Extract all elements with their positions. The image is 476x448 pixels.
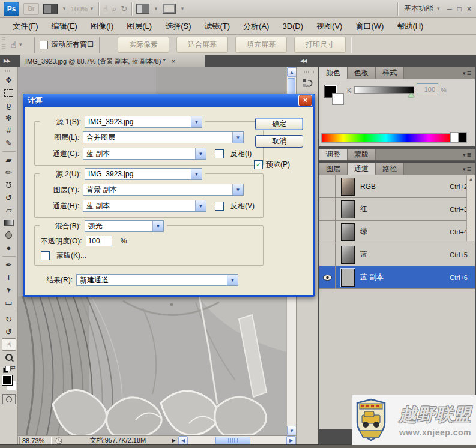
menu-item-edit[interactable]: 编辑(E) xyxy=(45,19,84,34)
scroll-all-windows-checkbox[interactable] xyxy=(40,41,48,49)
channel-row-红[interactable]: 红Ctrl+3 xyxy=(319,198,475,221)
combo-arrow-icon[interactable]: ▼ xyxy=(152,221,163,231)
ok-button[interactable]: 确定 xyxy=(255,118,303,130)
options-button-actual-pixels[interactable]: 实际像素 xyxy=(118,37,169,53)
type-tool[interactable]: T xyxy=(2,271,16,284)
channel-row-RGB[interactable]: RGBCtrl+2 xyxy=(319,175,475,198)
menu-item-help[interactable]: 帮助(H) xyxy=(390,19,430,34)
channels-tab-layers[interactable]: 图层 xyxy=(319,163,348,175)
blend-select[interactable]: 强光 ▼ xyxy=(85,220,164,232)
channel-row-绿[interactable]: 绿Ctrl+4 xyxy=(319,221,475,243)
clone-stamp-tool[interactable]: Ω xyxy=(2,179,16,191)
source2-select[interactable]: IMG_3923.jpg ▼ xyxy=(85,168,202,180)
document-tab[interactable]: IMG_3923.jpg @ 88.7% (背景 副本, 蓝 副本/8) * × xyxy=(20,55,205,67)
3d-orbit-tool[interactable]: ↺ xyxy=(2,326,16,338)
magic-wand-tool[interactable]: ✻ xyxy=(2,112,16,124)
color-spectrum-ramp[interactable] xyxy=(321,133,451,143)
pen-tool[interactable]: ✒ xyxy=(2,258,16,271)
color-tab-swatches[interactable]: 色板 xyxy=(348,67,376,79)
menu-item-3d[interactable]: 3D(D) xyxy=(276,19,310,33)
channels-tab-channels[interactable]: 通道 xyxy=(348,163,376,175)
source1-layer-select[interactable]: 合并图层 ▼ xyxy=(83,131,244,143)
combo-arrow-icon[interactable]: ▼ xyxy=(195,148,206,159)
k-slider-thumb-icon[interactable] xyxy=(408,93,414,97)
combo-arrow-icon[interactable]: ▼ xyxy=(195,200,206,211)
foreground-swatch[interactable] xyxy=(2,375,13,386)
quick-mask-button[interactable] xyxy=(2,394,16,404)
adjust-panel-menu-icon[interactable]: ▾≣ xyxy=(459,149,475,160)
k-value-input[interactable]: 100 xyxy=(417,83,438,95)
status-zoom-input[interactable]: 88.73% xyxy=(19,437,52,445)
blur-tool[interactable] xyxy=(2,229,16,242)
menu-item-analysis[interactable]: 分析(A) xyxy=(236,19,276,34)
visibility-cell[interactable] xyxy=(319,266,336,288)
menu-item-layer[interactable]: 图层(L) xyxy=(120,19,158,34)
rect-marquee-tool[interactable] xyxy=(2,86,16,99)
crop-tool[interactable]: # xyxy=(2,124,16,137)
scroll-up-icon[interactable]: ▲ xyxy=(287,67,297,77)
visibility-cell[interactable] xyxy=(319,198,336,220)
options-button-fill-screen[interactable]: 填充屏幕 xyxy=(235,37,287,53)
strip-grip[interactable] xyxy=(301,71,314,73)
menu-item-view[interactable]: 视图(V) xyxy=(310,19,349,34)
channel-row-蓝 副本[interactable]: 蓝 副本Ctrl+6 xyxy=(319,266,475,289)
options-button-print-size[interactable]: 打印尺寸 xyxy=(294,37,346,53)
dodge-tool[interactable]: ● xyxy=(2,242,16,254)
dialog-title-bar[interactable]: 计算 × xyxy=(23,94,315,107)
workspace-switcher[interactable]: 基本功能 ▼ xyxy=(404,4,441,14)
menu-item-select[interactable]: 选择(S) xyxy=(158,19,197,34)
channel-row-蓝[interactable]: 蓝Ctrl+5 xyxy=(319,243,475,266)
rotate-view-icon[interactable]: ↻ xyxy=(121,5,127,13)
menu-item-file[interactable]: 文件(F) xyxy=(6,19,45,34)
source1-channel-select[interactable]: 蓝 副本 ▼ xyxy=(83,148,206,160)
lasso-tool[interactable]: ϱ xyxy=(2,99,16,112)
mask-checkbox[interactable] xyxy=(41,251,50,260)
menu-item-image[interactable]: 图像(I) xyxy=(84,19,120,34)
3d-rotate-tool[interactable]: ↻ xyxy=(2,313,16,326)
adjust-tab-masks[interactable]: 蒙版 xyxy=(348,149,376,160)
source2-layer-select[interactable]: 背景 副本 ▼ xyxy=(83,184,244,196)
opacity-input[interactable]: 100 xyxy=(86,236,112,246)
options-grip[interactable] xyxy=(2,37,5,53)
hand-tool[interactable]: ☝ xyxy=(2,338,16,351)
channels-panel-menu-icon[interactable]: ▾≣ xyxy=(459,163,475,175)
source1-select[interactable]: IMG_3923.jpg ▼ xyxy=(85,116,202,128)
dialog-close-button[interactable]: × xyxy=(298,95,312,106)
cancel-button[interactable]: 取消 xyxy=(255,135,303,148)
zoom-tool[interactable] xyxy=(2,351,16,363)
combo-arrow-icon[interactable]: ▼ xyxy=(232,184,243,195)
zoom-level-control[interactable]: 100% ▼ xyxy=(71,5,94,13)
combo-arrow-icon[interactable]: ▼ xyxy=(227,275,238,285)
swap-colors-icon[interactable]: ⇄ xyxy=(11,365,16,371)
color-swatches-widget[interactable] xyxy=(1,375,17,390)
source1-invert-checkbox[interactable] xyxy=(215,149,224,158)
channels-scrollbar[interactable]: ▲ xyxy=(466,175,475,241)
adjust-tab-adjustments[interactable]: 调整 xyxy=(319,149,348,160)
visibility-cell[interactable] xyxy=(319,221,336,243)
arrange-documents-caret-icon[interactable]: ▼ xyxy=(154,6,158,11)
view-extras-icon[interactable] xyxy=(43,4,58,14)
maximize-button[interactable]: □ xyxy=(457,5,462,13)
collapse-left-chevrons-icon[interactable]: ▶▶ xyxy=(4,58,10,64)
hand-tool-preset[interactable]: ☝ ▼ xyxy=(8,38,26,52)
brush-tool[interactable]: ✏ xyxy=(2,166,16,179)
document-tab-close-icon[interactable]: × xyxy=(172,58,175,65)
visibility-cell[interactable] xyxy=(319,243,336,266)
default-swap-colors-widget[interactable]: ⇄ xyxy=(2,366,16,373)
combo-arrow-icon[interactable]: ▼ xyxy=(232,132,243,143)
source2-channel-select[interactable]: 蓝 副本 ▼ xyxy=(83,200,206,212)
eraser-tool[interactable]: ▱ xyxy=(2,204,16,217)
menu-item-filter[interactable]: 滤镜(T) xyxy=(197,19,236,34)
path-select-tool[interactable]: ➤ xyxy=(2,284,16,296)
history-panel-icon[interactable] xyxy=(302,78,313,89)
healing-brush-tool[interactable]: ▰ xyxy=(2,154,16,166)
combo-arrow-icon[interactable]: ▼ xyxy=(191,116,202,127)
color-tab-color[interactable]: 颜色 xyxy=(319,67,348,79)
result-select[interactable]: 新建通道 ▼ xyxy=(76,274,238,286)
move-tool[interactable]: ✥ xyxy=(2,74,16,86)
history-brush-tool[interactable]: ↺ xyxy=(2,191,16,204)
default-colors-bg-icon[interactable] xyxy=(5,366,11,371)
eyedropper-tool[interactable]: ✎ xyxy=(2,137,16,149)
combo-arrow-icon[interactable]: ▼ xyxy=(191,169,202,179)
channels-tab-paths[interactable]: 路径 xyxy=(376,163,404,175)
